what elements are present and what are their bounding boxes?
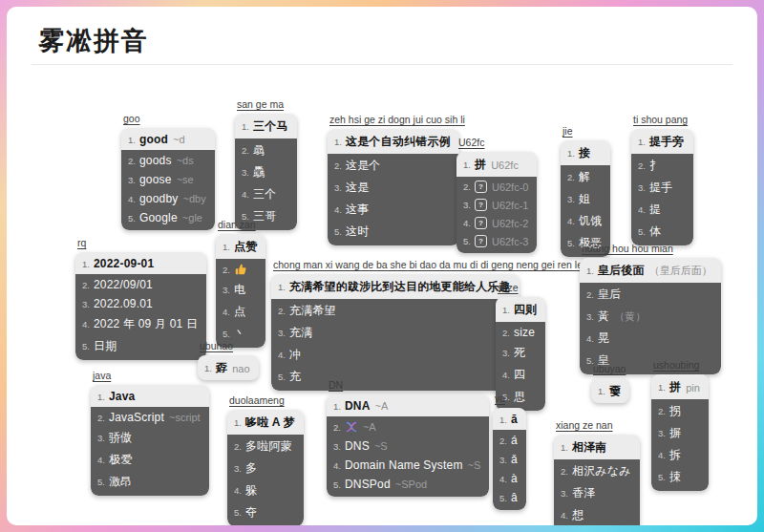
candidate-row[interactable]: 4.提 bbox=[631, 199, 693, 221]
candidate-row[interactable]: 2.goods~ds bbox=[121, 151, 215, 170]
candidate-row[interactable]: 4.饥饿 bbox=[561, 210, 610, 232]
candidate-row[interactable]: 3.电 bbox=[216, 279, 265, 301]
candidate-row[interactable]: 2.á bbox=[493, 431, 526, 450]
candidate-row[interactable]: 2.这是个 bbox=[328, 155, 459, 177]
candidate-row[interactable]: 3.驫 bbox=[235, 161, 297, 183]
candidate-row[interactable]: 1.四则 bbox=[496, 297, 545, 322]
candidate-row[interactable]: 1.2022-09-01 bbox=[75, 252, 206, 274]
candidate-row[interactable]: 2.骉 bbox=[235, 139, 297, 161]
candidate-number: 3. bbox=[586, 311, 594, 322]
candidate-row[interactable]: 3.提手 bbox=[631, 177, 693, 199]
candidate-row[interactable]: 1.哆啦 A 梦 bbox=[227, 410, 304, 435]
candidate-row[interactable]: 4.à bbox=[493, 469, 526, 488]
candidate-row[interactable]: 1.这是个自动纠错示例 bbox=[328, 129, 459, 154]
candidate-row[interactable]: 5.体 bbox=[631, 221, 693, 243]
candidate-panel: 1.嫑 bbox=[591, 378, 629, 403]
candidate-row[interactable]: 1.Java bbox=[91, 385, 209, 407]
candidate-row[interactable]: 3.死 bbox=[496, 342, 545, 364]
candidate-row[interactable]: 2.拐 bbox=[651, 400, 709, 422]
candidate-row[interactable]: 1.相泽南 bbox=[554, 435, 640, 459]
candidate-row[interactable]: 5.DNSPod~SPod bbox=[327, 475, 489, 494]
candidate-row[interactable]: 2.~A bbox=[327, 417, 489, 436]
candidate-row[interactable]: 5.â bbox=[493, 488, 526, 507]
candidate-row[interactable]: 5.?U62fc-3 bbox=[456, 232, 537, 250]
candidate-row[interactable]: 3.充满 bbox=[271, 322, 520, 344]
candidate-number: 4. bbox=[499, 474, 507, 484]
candidate-number: 5. bbox=[658, 472, 666, 482]
unrenderable-char-icon: ? bbox=[475, 199, 487, 211]
candidate-row[interactable]: 2. bbox=[216, 260, 265, 279]
candidate-row[interactable]: 2.多啦阿蒙 bbox=[227, 436, 304, 458]
candidate-row[interactable]: 1.三个马 bbox=[235, 114, 297, 138]
candidate-row[interactable]: 3.?U62fc-1 bbox=[456, 196, 537, 214]
candidate-row[interactable]: 4.Domain Name System~S bbox=[327, 456, 489, 475]
candidate-row[interactable]: 3.黃（黄） bbox=[580, 306, 721, 328]
candidate-row[interactable]: 2.扌 bbox=[631, 155, 693, 177]
candidate-row[interactable]: 3.这是 bbox=[328, 177, 459, 199]
candidate-row[interactable]: 5.激昂 bbox=[91, 471, 209, 493]
candidate-row[interactable]: 2.?U62fc-0 bbox=[456, 178, 537, 196]
candidate-number: 1. bbox=[658, 382, 666, 393]
candidate-row[interactable]: 4.冲 bbox=[271, 344, 520, 366]
candidate-row[interactable]: 1.皇后後面（皇后后面） bbox=[580, 258, 721, 283]
candidate-row[interactable]: 3.goose~se bbox=[121, 170, 215, 189]
candidate-row[interactable]: 5.Google~gle bbox=[121, 208, 215, 227]
candidate-row[interactable]: 4.极爱 bbox=[91, 449, 209, 471]
candidate-number: 2. bbox=[502, 328, 510, 338]
candidate-row[interactable]: 4.这事 bbox=[328, 199, 459, 221]
candidate-row[interactable]: 1.提手旁 bbox=[631, 129, 693, 154]
candidate-panel: 1.提手旁2.扌3.提手4.提5.体 bbox=[631, 129, 693, 245]
candidate-row[interactable]: 4.goodby~dby bbox=[121, 189, 215, 208]
candidate-row[interactable]: 1.拼pin bbox=[651, 374, 709, 399]
candidate-row[interactable]: 2.相沢みなみ bbox=[554, 460, 640, 482]
candidate-row[interactable]: 2.2022/09/01 bbox=[75, 275, 206, 294]
candidate-row[interactable]: 1.good~d bbox=[121, 128, 215, 150]
candidate-text: goods bbox=[139, 154, 172, 167]
candidate-row[interactable]: 3.姐 bbox=[561, 188, 610, 210]
candidate-text: 饥饿 bbox=[579, 213, 602, 229]
candidate-number: 3. bbox=[234, 463, 242, 474]
candidate-row[interactable]: 1.点赞 bbox=[216, 234, 265, 259]
candidate-row[interactable]: 1.嫑 bbox=[591, 378, 629, 403]
candidate-row[interactable]: 2.皇后 bbox=[580, 284, 721, 306]
candidate-row[interactable]: 4.2022 年 09 月 01 日 bbox=[75, 313, 206, 335]
candidate-row[interactable]: 3.ǎ bbox=[493, 450, 526, 469]
candidate-row[interactable]: 3.多 bbox=[227, 458, 304, 479]
candidate-row[interactable]: 4.晃 bbox=[580, 328, 721, 350]
candidate-row[interactable]: 1.接 bbox=[561, 140, 610, 165]
candidate-number: 2. bbox=[499, 436, 507, 446]
candidate-row[interactable]: 3.DNS~S bbox=[327, 436, 489, 456]
candidate-text: â bbox=[511, 491, 518, 504]
candidate-row[interactable]: 1.充满希望的跋涉比到达目的地更能给人乐趣 bbox=[271, 274, 520, 299]
candidate-row[interactable]: 1.ā bbox=[493, 408, 526, 430]
candidate-row[interactable]: 3.香泽 bbox=[554, 482, 640, 504]
candidate-row[interactable]: 4.?U62fc-2 bbox=[456, 214, 537, 232]
candidate-row[interactable]: 2.JavaScript~script bbox=[91, 408, 209, 427]
candidate-text: 想 bbox=[572, 507, 584, 523]
candidate-text: 这事 bbox=[346, 202, 369, 218]
candidate-text: 躲 bbox=[245, 482, 257, 499]
candidate-row[interactable]: 4.拆 bbox=[651, 444, 709, 466]
candidate-row[interactable]: 5.夺 bbox=[227, 501, 304, 523]
candidate-row[interactable]: 1.拼U62fc bbox=[456, 152, 537, 177]
candidate-row[interactable]: 4.三个 bbox=[235, 183, 297, 205]
candidate-text: goodby bbox=[139, 192, 179, 205]
candidate-row[interactable]: 2.充满希望 bbox=[271, 300, 520, 322]
candidate-row[interactable]: 5.日期 bbox=[75, 335, 206, 357]
candidate-row[interactable]: 4.想 bbox=[554, 504, 640, 525]
candidate-row[interactable]: 5.捒 bbox=[651, 466, 709, 488]
candidate-row[interactable]: 5.这时 bbox=[328, 221, 459, 243]
candidate-row[interactable]: 2.解 bbox=[561, 166, 610, 188]
candidate-comment: ~d bbox=[173, 134, 185, 145]
candidate-row[interactable]: 3.2022.09.01 bbox=[75, 294, 206, 313]
candidate-row[interactable]: 4.点 bbox=[216, 301, 265, 323]
candidate-row[interactable]: 1.DNA~A bbox=[327, 394, 489, 416]
candidate-row[interactable]: 4.躲 bbox=[227, 479, 304, 501]
candidate-row[interactable]: 4.四 bbox=[496, 364, 545, 386]
candidate-rest-group: 2.goods~ds3.goose~se4.goodby~dby5.Google… bbox=[121, 150, 215, 230]
candidate-text: 哆啦 A 梦 bbox=[245, 415, 295, 431]
candidate-row[interactable]: 2.size bbox=[496, 323, 545, 342]
candidate-row[interactable]: 3.骄傲 bbox=[91, 427, 209, 449]
candidate-row[interactable]: 3.摒 bbox=[651, 422, 709, 444]
input-code-label: chong man xi wang de ba she bi dao da mu… bbox=[273, 259, 597, 270]
